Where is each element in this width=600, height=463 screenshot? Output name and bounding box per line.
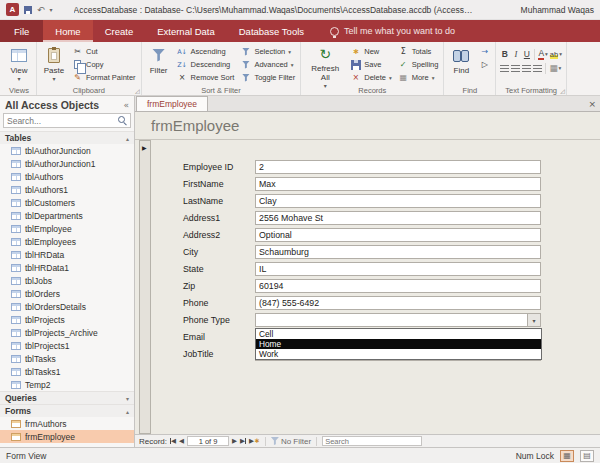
nav-item-tbltasks[interactable]: tblTasks xyxy=(0,352,134,365)
tab-external-data[interactable]: External Data xyxy=(145,20,227,42)
nav-item-tblcustomers[interactable]: tblCustomers xyxy=(0,196,134,209)
dropdown-option-work[interactable]: Work xyxy=(256,349,541,359)
nav-item-tblorders[interactable]: tblOrders xyxy=(0,287,134,300)
access-app-icon: A xyxy=(6,3,19,16)
record-search-input[interactable] xyxy=(325,437,419,446)
nav-group-tables[interactable]: Tables ▴ xyxy=(0,131,134,144)
field-input-employee-id[interactable]: 2 xyxy=(255,160,541,174)
refresh-all-button[interactable]: ↻ Refresh All ▾ xyxy=(304,44,346,86)
nav-item-tblprojects[interactable]: tblProjects xyxy=(0,313,134,326)
nav-item-tblhrdata1[interactable]: tblHRData1 xyxy=(0,261,134,274)
field-input-zip[interactable]: 60194 xyxy=(255,279,541,293)
nav-item-tblemployees[interactable]: tblEmployees xyxy=(0,235,134,248)
phone-type-combo-button[interactable]: ▾ xyxy=(527,314,540,326)
filter-status-button[interactable]: No Filter xyxy=(271,437,311,446)
copy-button[interactable]: Copy xyxy=(70,58,138,71)
align-center-button[interactable] xyxy=(521,62,532,75)
shutter-bar-icon[interactable]: « xyxy=(123,100,129,110)
text-formatting-dialog-launcher[interactable]: ◿ xyxy=(560,88,565,94)
nav-item-frmauthors[interactable]: frmAuthors xyxy=(0,417,134,430)
dropdown-option-cell[interactable]: Cell xyxy=(256,329,541,339)
selection-button[interactable]: Selection ▾ xyxy=(238,45,297,58)
view-button[interactable]: View ▾ xyxy=(5,44,33,86)
field-input-state[interactable]: IL xyxy=(255,262,541,276)
align-left-button[interactable] xyxy=(510,62,521,75)
nav-search-input[interactable] xyxy=(7,116,118,126)
clipboard-dialog-launcher[interactable]: ◿ xyxy=(135,88,140,94)
tab-database-tools[interactable]: Database Tools xyxy=(227,20,316,42)
quick-save-icon[interactable] xyxy=(24,6,32,14)
gridlines-button[interactable]: ▦ ▾ xyxy=(548,62,562,75)
last-record-button[interactable]: ▶ xyxy=(240,437,246,445)
nav-item-tblauthors1[interactable]: tblAuthors1 xyxy=(0,183,134,196)
tab-home[interactable]: Home xyxy=(43,20,92,42)
nav-item-tblauthorjunction1[interactable]: tblAuthorJunction1 xyxy=(0,157,134,170)
more-button[interactable]: ▦ More ▾ xyxy=(396,71,441,84)
document-tab-frmemployee[interactable]: frmEmployee xyxy=(136,96,208,111)
nav-item-tbldepartments[interactable]: tblDepartments xyxy=(0,209,134,222)
ascending-button[interactable]: A↓ Ascending xyxy=(175,45,237,58)
totals-button[interactable]: Σ Totals xyxy=(396,45,441,58)
tab-create[interactable]: Create xyxy=(93,20,146,42)
field-input-address2[interactable]: Optional xyxy=(255,228,541,242)
nav-item-temp2[interactable]: Temp2 xyxy=(0,378,134,391)
nav-item-tblhrdata[interactable]: tblHRData xyxy=(0,248,134,261)
spelling-button[interactable]: ✓ Spelling xyxy=(396,58,441,71)
view-button-label: View xyxy=(10,66,27,75)
underline-button[interactable]: U xyxy=(521,48,532,61)
advanced-button[interactable]: Advanced ▾ xyxy=(238,58,297,71)
bold-button[interactable]: B xyxy=(499,48,510,61)
bullets-button[interactable] xyxy=(499,62,510,75)
form-view-button[interactable]: ▦ xyxy=(560,450,574,462)
italic-button[interactable]: I xyxy=(510,48,521,61)
remove-sort-button[interactable]: × Remove Sort xyxy=(175,71,237,84)
nav-item-tblprojects-archive[interactable]: tblProjects_Archive xyxy=(0,326,134,339)
layout-view-button[interactable]: ▤ xyxy=(580,450,594,462)
record-position[interactable]: 1 of 9 xyxy=(187,436,229,446)
align-right-button[interactable] xyxy=(532,62,543,75)
field-value: IL xyxy=(259,264,266,274)
first-record-button[interactable]: ◀ xyxy=(170,437,176,445)
new-blank-record-button[interactable]: ▶∗ xyxy=(249,437,260,445)
account-user-name[interactable]: Muhammad Waqas xyxy=(521,5,594,15)
delete-record-button[interactable]: × Delete ▾ xyxy=(348,71,393,84)
highlight-button[interactable]: ab ▾ xyxy=(549,48,563,61)
field-input-phone[interactable]: (847) 555-6492 xyxy=(255,296,541,310)
font-color-button[interactable]: A ▾ xyxy=(537,48,548,61)
select-button[interactable]: ▷ xyxy=(477,58,492,71)
ribbon-group-records: ↻ Refresh All ▾ ∗ New Save × Delete ▾ Σ … xyxy=(301,42,444,95)
document-close-icon[interactable]: × xyxy=(588,99,596,109)
nav-group-queries[interactable]: Queries ▾ xyxy=(0,391,134,404)
field-input-firstname[interactable]: Max xyxy=(255,177,541,191)
qat-caret-icon[interactable]: ▾ xyxy=(50,6,53,13)
field-input-phone-type[interactable]: ▾ xyxy=(255,313,541,327)
save-record-button[interactable]: Save xyxy=(348,58,393,71)
nav-item-tblauthorjunction[interactable]: tblAuthorJunction xyxy=(0,144,134,157)
tab-file[interactable]: File xyxy=(0,20,43,42)
nav-item-tbltasks1[interactable]: tblTasks1 xyxy=(0,365,134,378)
nav-item-tbljobs[interactable]: tblJobs xyxy=(0,274,134,287)
field-input-city[interactable]: Schaumburg xyxy=(255,245,541,259)
find-button[interactable]: Find xyxy=(447,44,475,86)
previous-record-button[interactable]: ◀ xyxy=(179,437,184,445)
dropdown-option-home[interactable]: Home xyxy=(256,339,541,349)
nav-item-tblprojects1[interactable]: tblProjects1 xyxy=(0,339,134,352)
nav-item-tblemployee[interactable]: tblEmployee xyxy=(0,222,134,235)
toggle-filter-button[interactable]: Toggle Filter xyxy=(238,71,297,84)
new-record-ribbon-button[interactable]: ∗ New xyxy=(348,45,393,58)
paste-button[interactable]: Paste ▾ xyxy=(40,44,68,86)
tell-me-box[interactable]: Tell me what you want to do xyxy=(330,20,455,42)
descending-button[interactable]: Z↓ Descending xyxy=(175,58,237,71)
goto-button[interactable]: → xyxy=(477,45,492,58)
cut-button[interactable]: ✂ Cut xyxy=(70,45,138,58)
undo-icon[interactable]: ↶ xyxy=(37,5,45,15)
next-record-button[interactable]: ▶ xyxy=(232,437,237,445)
form-field-state: StateIL xyxy=(135,262,600,278)
nav-item-tblauthors[interactable]: tblAuthors xyxy=(0,170,134,183)
nav-item-frmemployee[interactable]: frmEmployee xyxy=(0,430,134,443)
field-input-lastname[interactable]: Clay xyxy=(255,194,541,208)
filter-button[interactable]: Filter xyxy=(145,44,173,86)
nav-group-forms[interactable]: Forms ▴ xyxy=(0,404,134,417)
nav-item-tblordersdetails[interactable]: tblOrdersDetails xyxy=(0,300,134,313)
field-input-address1[interactable]: 2556 Mohave St xyxy=(255,211,541,225)
